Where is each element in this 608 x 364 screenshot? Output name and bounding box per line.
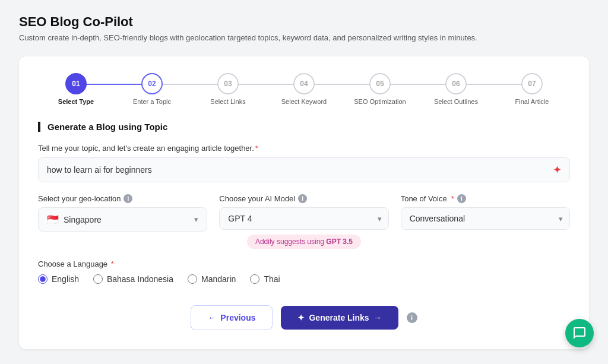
stepper: 01 Select Type 02 Enter a Topic 03 Selec… — [38, 73, 570, 105]
geolocation-chevron-icon: ▾ — [194, 215, 198, 224]
tone-label: Tone of Voice * i — [401, 194, 570, 203]
step-06-circle: 06 — [445, 73, 467, 94]
step-04-label: Select Keyword — [281, 98, 327, 105]
language-english[interactable]: English — [38, 274, 79, 284]
language-section: Choose a Language * English Bahasa Indon… — [38, 259, 570, 284]
language-required-star: * — [111, 259, 114, 268]
step-01-label: Select Type — [58, 98, 94, 105]
ai-model-info-icon[interactable]: i — [298, 194, 307, 203]
step-02-circle: 02 — [141, 73, 163, 94]
topic-field-label: Tell me your topic, and let's create an … — [38, 144, 570, 153]
language-mandarin-radio[interactable] — [188, 274, 197, 284]
geolocation-value: Singapore — [64, 215, 189, 224]
language-mandarin-label: Mandarin — [201, 274, 236, 284]
arrow-right-icon: → — [373, 313, 382, 322]
step-05-label: SEO Optimization — [354, 98, 406, 105]
language-thai[interactable]: Thai — [250, 274, 280, 284]
tone-group: Tone of Voice * i Conversational Profess… — [401, 194, 570, 249]
chat-fab[interactable] — [565, 319, 594, 347]
language-mandarin[interactable]: Mandarin — [188, 274, 236, 284]
page-title: SEO Blog Co-Pilot — [19, 14, 589, 30]
tone-dropdown-wrapper: Conversational Professional Formal Casua… — [401, 207, 570, 230]
geolocation-group: Select your geo-location i 🇸🇬 Singapore … — [38, 194, 207, 249]
step-06[interactable]: 06 Select Outlines — [418, 73, 494, 105]
previous-button[interactable]: ← Previous — [191, 305, 273, 330]
required-star: * — [255, 144, 258, 153]
ai-model-group: Choose your AI Model i GPT 4 GPT 3.5 GPT… — [219, 194, 388, 249]
language-bahasa-radio[interactable] — [93, 274, 103, 284]
tone-dropdown[interactable]: Conversational Professional Formal Casua… — [401, 207, 570, 230]
language-bahasa-label: Bahasa Indonesia — [107, 274, 173, 284]
step-07[interactable]: 07 Final Article — [494, 73, 570, 105]
language-label: Choose a Language * — [38, 259, 570, 268]
generate-links-button[interactable]: ✦ Generate Links → — [281, 306, 398, 330]
step-03-circle: 03 — [217, 73, 239, 94]
step-04-circle: 04 — [293, 73, 315, 94]
ai-model-dropdown[interactable]: GPT 4 GPT 3.5 GPT 4o — [219, 207, 388, 230]
language-english-label: English — [52, 274, 79, 284]
generate-info-icon[interactable]: i — [407, 312, 417, 323]
tone-info-icon[interactable]: i — [457, 194, 466, 203]
step-03-label: Select Links — [210, 98, 245, 105]
geolocation-label: Select your geo-location i — [38, 194, 207, 203]
gpt-suggest-badge: Addily suggests using GPT 3.5 — [247, 235, 361, 249]
step-07-circle: 07 — [521, 73, 543, 94]
geolocation-dropdown[interactable]: 🇸🇬 Singapore ▾ — [38, 207, 207, 232]
tone-required-star: * — [451, 194, 454, 203]
section-heading: Generate a Blog using Topic — [38, 122, 570, 132]
step-05[interactable]: 05 SEO Optimization — [342, 73, 418, 105]
language-radio-group: English Bahasa Indonesia Mandarin Thai — [38, 274, 570, 284]
gpt-suggest-wrapper: Addily suggests using GPT 3.5 — [219, 235, 388, 249]
step-02[interactable]: 02 Enter a Topic — [114, 73, 190, 105]
language-english-radio[interactable] — [38, 274, 48, 284]
language-thai-label: Thai — [264, 274, 280, 284]
step-07-label: Final Article — [515, 98, 549, 105]
step-05-circle: 05 — [369, 73, 391, 94]
step-02-label: Enter a Topic — [133, 98, 171, 105]
page-subtitle: Custom create in-depth, SEO-friendly blo… — [19, 33, 589, 42]
topic-input-wrapper: ✦ — [38, 157, 570, 182]
language-bahasa[interactable]: Bahasa Indonesia — [93, 274, 173, 284]
step-04[interactable]: 04 Select Keyword — [266, 73, 342, 105]
arrow-left-icon: ← — [208, 313, 216, 322]
singapore-flag: 🇸🇬 — [47, 214, 59, 225]
step-01[interactable]: 01 Select Type — [38, 73, 114, 105]
topic-input[interactable] — [38, 157, 570, 182]
sparkle-btn-icon: ✦ — [297, 313, 305, 322]
language-thai-radio[interactable] — [250, 274, 259, 284]
geolocation-dropdown-wrapper: 🇸🇬 Singapore ▾ — [38, 207, 207, 232]
step-03[interactable]: 03 Select Links — [190, 73, 266, 105]
footer-bar: ← Previous ✦ Generate Links → i — [38, 305, 570, 330]
step-06-label: Select Outlines — [434, 98, 478, 105]
dropdowns-row: Select your geo-location i 🇸🇬 Singapore … — [38, 194, 570, 249]
chat-icon — [572, 326, 587, 340]
ai-model-dropdown-wrapper: GPT 4 GPT 3.5 GPT 4o ▾ — [219, 207, 388, 230]
step-01-circle: 01 — [65, 73, 87, 94]
main-card: 01 Select Type 02 Enter a Topic 03 Selec… — [19, 56, 589, 349]
geolocation-info-icon[interactable]: i — [124, 194, 132, 203]
ai-model-label: Choose your AI Model i — [219, 194, 388, 203]
sparkle-icon: ✦ — [553, 163, 562, 176]
